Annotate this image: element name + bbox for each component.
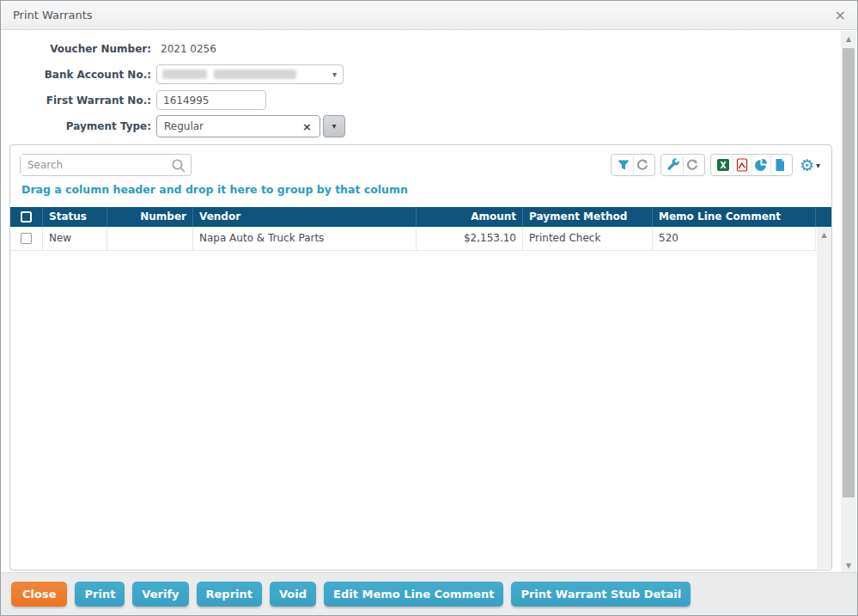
first-warrant-input[interactable] [156, 90, 266, 110]
dialog-scrollbar[interactable]: ▲ ▼ [841, 31, 856, 574]
verify-button[interactable]: Verify [132, 582, 188, 607]
column-header-vendor[interactable]: Vendor [193, 207, 417, 227]
redacted-value [214, 70, 296, 79]
column-header-status[interactable]: Status [43, 207, 107, 227]
voucher-number-row: Voucher Number: 2021 0256 [1, 39, 216, 59]
bank-account-label: Bank Account No.: [1, 69, 154, 81]
close-button[interactable]: Close [11, 582, 67, 607]
warrants-grid: Status Number Vendor Amount Payment Meth… [10, 207, 831, 570]
payment-type-value: Regular [164, 120, 204, 132]
filter-icon[interactable] [614, 156, 633, 174]
column-header-payment-method[interactable]: Payment Method [523, 207, 653, 227]
print-warrant-stub-detail-button[interactable]: Print Warrant Stub Detail [511, 582, 691, 607]
clear-icon[interactable]: × [302, 120, 312, 133]
grid-header-row: Status Number Vendor Amount Payment Meth… [10, 207, 831, 227]
first-warrant-label: First Warrant No.: [1, 95, 154, 107]
refresh-icon[interactable] [683, 156, 702, 174]
clear-filter-refresh-icon[interactable] [633, 156, 652, 174]
column-header-amount[interactable]: Amount [417, 207, 523, 227]
edit-memo-line-comment-button[interactable]: Edit Memo Line Comment [324, 582, 503, 607]
row-vendor: Napa Auto & Truck Parts [193, 227, 417, 250]
bank-account-row: Bank Account No.: ▾ [1, 64, 344, 84]
search-box [20, 154, 192, 176]
table-row[interactable]: New Napa Auto & Truck Parts $2,153.10 Pr… [10, 227, 831, 251]
voucher-number-label: Voucher Number: [1, 43, 154, 55]
payment-type-dropdown-button[interactable]: ▾ [323, 115, 345, 137]
print-warrants-dialog: Print Warrants × Voucher Number: 2021 02… [0, 0, 858, 616]
excel-export-icon[interactable] [714, 156, 733, 174]
dialog-titlebar: Print Warrants × [1, 1, 857, 30]
row-memo-line-comment: 520 [653, 227, 816, 250]
redacted-value [162, 70, 207, 79]
voucher-number-value: 2021 0256 [154, 43, 216, 55]
scroll-down-icon[interactable]: ▼ [841, 562, 856, 570]
column-header-memo-line-comment[interactable]: Memo Line Comment [653, 207, 816, 227]
search-input[interactable] [21, 155, 168, 175]
chevron-down-icon[interactable]: ▾ [332, 70, 337, 79]
row-status: New [43, 227, 107, 250]
footer-button-bar: Close Print Verify Reprint Void Edit Mem… [1, 572, 857, 615]
first-warrant-row: First Warrant No.: [1, 90, 266, 110]
group-by-hint: Drag a column header and drop it here to… [21, 183, 408, 196]
dialog-title: Print Warrants [13, 9, 93, 21]
row-amount: $2,153.10 [417, 227, 523, 250]
scroll-up-icon[interactable]: ▲ [841, 35, 856, 43]
document-report-icon[interactable] [770, 156, 789, 174]
row-payment-method: Printed Check [523, 227, 653, 250]
row-checkbox-cell [10, 227, 43, 250]
print-button[interactable]: Print [75, 582, 125, 607]
scroll-up-icon[interactable]: ▲ [817, 231, 831, 239]
pie-chart-icon[interactable] [752, 156, 770, 174]
column-header-number[interactable]: Number [107, 207, 193, 227]
row-checkbox[interactable] [21, 233, 32, 244]
wrench-icon[interactable] [664, 156, 683, 174]
close-icon[interactable]: × [835, 7, 846, 24]
grid-scrollbar[interactable]: ▲ [817, 227, 831, 569]
select-all-checkbox-cell [10, 207, 43, 227]
warrants-panel: ⚙ ▾ Drag a column header and drop it her… [9, 144, 832, 570]
search-icon[interactable] [171, 158, 186, 174]
chevron-down-icon: ▾ [332, 121, 336, 131]
scrollbar-thumb[interactable] [843, 48, 855, 497]
row-number [107, 227, 193, 250]
pdf-export-icon[interactable] [733, 156, 752, 174]
chevron-down-icon: ▾ [816, 161, 820, 170]
gear-icon[interactable]: ⚙ [800, 156, 814, 174]
payment-type-combobox[interactable]: Regular × [156, 115, 320, 137]
bank-account-combobox[interactable]: ▾ [156, 64, 344, 84]
select-all-checkbox[interactable] [21, 211, 32, 223]
grid-toolbar: ⚙ ▾ [611, 154, 822, 176]
payment-type-label: Payment Type: [1, 120, 154, 132]
grid-settings-menu[interactable]: ⚙ ▾ [798, 156, 822, 174]
payment-type-row: Payment Type: Regular × ▾ [1, 115, 345, 137]
reprint-button[interactable]: Reprint [197, 582, 262, 607]
void-button[interactable]: Void [270, 582, 316, 607]
